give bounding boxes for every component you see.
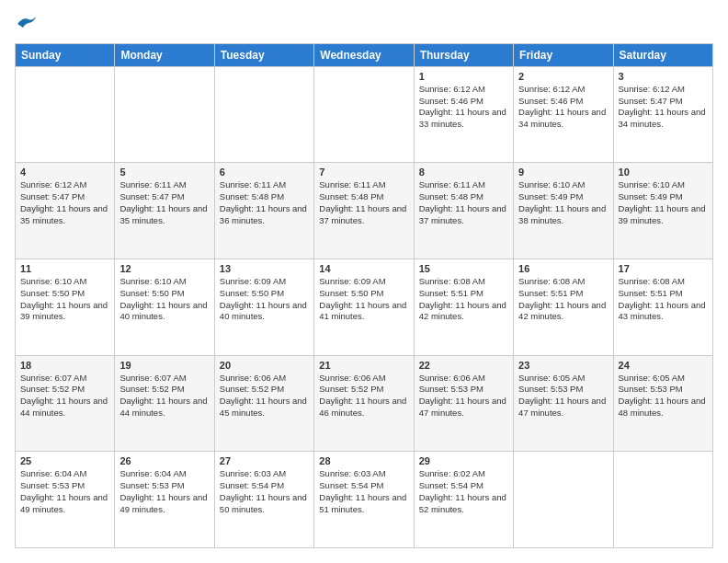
day-info: Sunrise: 6:04 AMSunset: 5:53 PMDaylight:…: [20, 468, 109, 515]
page: SundayMondayTuesdayWednesdayThursdayFrid…: [0, 0, 728, 563]
day-info: Sunrise: 6:07 AMSunset: 5:52 PMDaylight:…: [119, 373, 209, 419]
day-number: 13: [220, 263, 309, 274]
calendar-cell: 6Sunrise: 6:11 AMSunset: 5:48 PMDaylight…: [214, 163, 313, 259]
calendar-cell: 19Sunrise: 6:07 AMSunset: 5:52 PMDayligh…: [115, 355, 214, 452]
day-number: 23: [518, 360, 608, 371]
day-number: 18: [20, 360, 109, 371]
day-number: 9: [518, 167, 608, 178]
calendar-cell: 14Sunrise: 6:09 AMSunset: 5:50 PMDayligh…: [314, 259, 414, 356]
day-info: Sunrise: 6:03 AMSunset: 5:54 PMDaylight:…: [319, 468, 408, 515]
day-number: 27: [220, 455, 309, 466]
day-info: Sunrise: 6:10 AMSunset: 5:50 PMDaylight:…: [119, 276, 209, 323]
calendar-cell: 5Sunrise: 6:11 AMSunset: 5:47 PMDaylight…: [115, 163, 214, 259]
day-number: 10: [619, 167, 708, 178]
day-number: 25: [20, 455, 109, 466]
calendar-cell: [214, 66, 313, 163]
day-number: 3: [619, 71, 708, 82]
calendar-cell: 3Sunrise: 6:12 AMSunset: 5:47 PMDaylight…: [613, 66, 712, 163]
day-info: Sunrise: 6:08 AMSunset: 5:51 PMDaylight:…: [419, 276, 508, 323]
calendar-cell: 8Sunrise: 6:11 AMSunset: 5:48 PMDaylight…: [414, 163, 513, 259]
day-info: Sunrise: 6:06 AMSunset: 5:52 PMDaylight:…: [220, 373, 309, 419]
logo: [15, 15, 36, 34]
day-info: Sunrise: 6:09 AMSunset: 5:50 PMDaylight:…: [319, 276, 408, 323]
calendar-week: 4Sunrise: 6:12 AMSunset: 5:47 PMDaylight…: [16, 163, 713, 259]
day-info: Sunrise: 6:05 AMSunset: 5:53 PMDaylight:…: [518, 373, 608, 419]
calendar-cell: 17Sunrise: 6:08 AMSunset: 5:51 PMDayligh…: [613, 259, 712, 356]
calendar-cell: [514, 452, 613, 548]
header: [15, 15, 713, 34]
day-info: Sunrise: 6:12 AMSunset: 5:46 PMDaylight:…: [518, 84, 608, 131]
header-day: Monday: [115, 43, 214, 66]
calendar-cell: 16Sunrise: 6:08 AMSunset: 5:51 PMDayligh…: [514, 259, 613, 356]
header-day: Friday: [514, 43, 613, 66]
day-info: Sunrise: 6:08 AMSunset: 5:51 PMDaylight:…: [619, 276, 708, 323]
day-info: Sunrise: 6:10 AMSunset: 5:50 PMDaylight:…: [20, 276, 109, 323]
day-info: Sunrise: 6:10 AMSunset: 5:49 PMDaylight:…: [518, 179, 608, 226]
day-info: Sunrise: 6:11 AMSunset: 5:47 PMDaylight:…: [119, 179, 209, 226]
calendar-cell: 21Sunrise: 6:06 AMSunset: 5:52 PMDayligh…: [314, 355, 414, 452]
day-number: 12: [119, 263, 209, 274]
calendar-table: SundayMondayTuesdayWednesdayThursdayFrid…: [15, 43, 713, 548]
day-number: 5: [119, 167, 209, 178]
calendar-week: 25Sunrise: 6:04 AMSunset: 5:53 PMDayligh…: [16, 452, 713, 548]
day-info: Sunrise: 6:11 AMSunset: 5:48 PMDaylight:…: [220, 179, 309, 226]
day-info: Sunrise: 6:11 AMSunset: 5:48 PMDaylight:…: [419, 179, 508, 226]
day-info: Sunrise: 6:12 AMSunset: 5:47 PMDaylight:…: [20, 179, 109, 226]
calendar-cell: [314, 66, 414, 163]
calendar-week: 1Sunrise: 6:12 AMSunset: 5:46 PMDaylight…: [16, 66, 713, 163]
day-number: 20: [220, 360, 309, 371]
header-day: Saturday: [613, 43, 712, 66]
day-info: Sunrise: 6:02 AMSunset: 5:54 PMDaylight:…: [419, 468, 508, 515]
day-info: Sunrise: 6:06 AMSunset: 5:52 PMDaylight:…: [319, 373, 408, 419]
calendar-cell: [115, 66, 214, 163]
day-number: 28: [319, 455, 408, 466]
calendar-cell: [16, 66, 115, 163]
day-number: 1: [419, 71, 508, 82]
day-number: 2: [518, 71, 608, 82]
day-info: Sunrise: 6:11 AMSunset: 5:48 PMDaylight:…: [319, 179, 408, 226]
calendar-header: SundayMondayTuesdayWednesdayThursdayFrid…: [16, 43, 713, 66]
calendar-cell: 13Sunrise: 6:09 AMSunset: 5:50 PMDayligh…: [214, 259, 313, 356]
day-info: Sunrise: 6:04 AMSunset: 5:53 PMDaylight:…: [119, 468, 209, 515]
calendar-cell: 15Sunrise: 6:08 AMSunset: 5:51 PMDayligh…: [414, 259, 513, 356]
day-number: 26: [119, 455, 209, 466]
day-number: 6: [220, 167, 309, 178]
day-number: 22: [419, 360, 508, 371]
day-info: Sunrise: 6:08 AMSunset: 5:51 PMDaylight:…: [518, 276, 608, 323]
day-number: 4: [20, 167, 109, 178]
day-number: 7: [319, 167, 408, 178]
calendar-cell: 7Sunrise: 6:11 AMSunset: 5:48 PMDaylight…: [314, 163, 414, 259]
calendar-cell: [613, 452, 712, 548]
day-info: Sunrise: 6:12 AMSunset: 5:46 PMDaylight:…: [419, 84, 508, 131]
calendar-cell: 26Sunrise: 6:04 AMSunset: 5:53 PMDayligh…: [115, 452, 214, 548]
day-number: 16: [518, 263, 608, 274]
calendar-week: 18Sunrise: 6:07 AMSunset: 5:52 PMDayligh…: [16, 355, 713, 452]
calendar-cell: 28Sunrise: 6:03 AMSunset: 5:54 PMDayligh…: [314, 452, 414, 548]
calendar-cell: 25Sunrise: 6:04 AMSunset: 5:53 PMDayligh…: [16, 452, 115, 548]
day-info: Sunrise: 6:03 AMSunset: 5:54 PMDaylight:…: [220, 468, 309, 515]
calendar-cell: 1Sunrise: 6:12 AMSunset: 5:46 PMDaylight…: [414, 66, 513, 163]
calendar-cell: 2Sunrise: 6:12 AMSunset: 5:46 PMDaylight…: [514, 66, 613, 163]
day-number: 24: [619, 360, 708, 371]
calendar-cell: 27Sunrise: 6:03 AMSunset: 5:54 PMDayligh…: [214, 452, 313, 548]
calendar-cell: 29Sunrise: 6:02 AMSunset: 5:54 PMDayligh…: [414, 452, 513, 548]
header-day: Sunday: [16, 43, 115, 66]
calendar-body: 1Sunrise: 6:12 AMSunset: 5:46 PMDaylight…: [16, 66, 713, 547]
header-day: Tuesday: [214, 43, 313, 66]
calendar-cell: 24Sunrise: 6:05 AMSunset: 5:53 PMDayligh…: [613, 355, 712, 452]
day-info: Sunrise: 6:06 AMSunset: 5:53 PMDaylight:…: [419, 373, 508, 419]
calendar-week: 11Sunrise: 6:10 AMSunset: 5:50 PMDayligh…: [16, 259, 713, 356]
day-info: Sunrise: 6:10 AMSunset: 5:49 PMDaylight:…: [619, 179, 708, 226]
logo-bird-icon: [16, 15, 36, 34]
day-number: 15: [419, 263, 508, 274]
calendar-cell: 4Sunrise: 6:12 AMSunset: 5:47 PMDaylight…: [16, 163, 115, 259]
day-info: Sunrise: 6:07 AMSunset: 5:52 PMDaylight:…: [20, 373, 109, 419]
day-number: 17: [619, 263, 708, 274]
day-number: 19: [119, 360, 209, 371]
header-day: Wednesday: [314, 43, 414, 66]
header-day: Thursday: [414, 43, 513, 66]
calendar-cell: 22Sunrise: 6:06 AMSunset: 5:53 PMDayligh…: [414, 355, 513, 452]
day-number: 29: [419, 455, 508, 466]
calendar-cell: 12Sunrise: 6:10 AMSunset: 5:50 PMDayligh…: [115, 259, 214, 356]
day-number: 21: [319, 360, 408, 371]
